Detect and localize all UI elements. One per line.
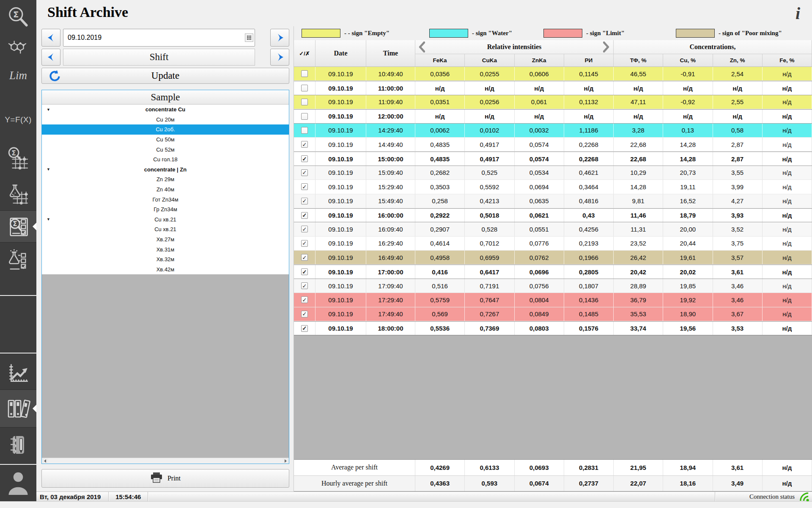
date-input[interactable] xyxy=(63,29,255,47)
sidebar-item-sigma-search[interactable]: Σ xyxy=(0,3,36,31)
table-row[interactable]: 09.10.1911:09:400,03510,02560,0610,11324… xyxy=(294,95,812,109)
sample-tree-item[interactable]: ▼concentrate Cu xyxy=(42,105,289,115)
table-row[interactable]: ✓09.10.1914:49:400,48350,49170,05740,226… xyxy=(294,138,812,152)
calendar-button[interactable] xyxy=(245,33,253,42)
row-checkbox[interactable]: ✓ xyxy=(301,282,308,289)
scroll-left-button[interactable] xyxy=(42,458,48,464)
column-header-check[interactable]: ✓/✗ xyxy=(294,40,315,66)
sidebar-item-flask-chart[interactable] xyxy=(0,180,36,208)
column-header-feka[interactable]: FeKa xyxy=(415,54,465,66)
footer-cell-value: 0,2831 xyxy=(564,460,614,475)
table-row[interactable]: 09.10.1912:00:00н/дн/дн/дн/дн/дн/дн/дн/д xyxy=(294,109,812,123)
row-checkbox[interactable]: ✓ xyxy=(301,198,308,204)
sample-tree-item[interactable]: Хв.32м xyxy=(42,254,289,265)
row-checkbox[interactable]: ✓ xyxy=(301,254,308,261)
row-checkbox[interactable]: ✓ xyxy=(301,155,308,162)
print-button[interactable]: Print xyxy=(41,469,289,488)
sidebar-item-journal[interactable] xyxy=(0,431,36,459)
sidebar-item-y-fx-shortcut[interactable]: Y=F(X) xyxy=(0,111,36,129)
column-header-ри[interactable]: РИ xyxy=(564,54,614,66)
tree-expand-icon[interactable]: ▼ xyxy=(47,108,50,112)
sample-tree-item[interactable]: Хв.27м xyxy=(42,235,289,245)
column-header-тф[interactable]: ТФ, % xyxy=(614,54,663,66)
tree-expand-icon[interactable]: ▼ xyxy=(47,167,50,171)
table-row[interactable]: ✓09.10.1915:00:000,48350,49170,05740,226… xyxy=(294,152,812,166)
cell-value: н/д xyxy=(763,209,812,222)
sample-tree-item[interactable]: Cu 50м xyxy=(42,135,289,145)
scroll-right-button[interactable] xyxy=(283,458,289,464)
row-checkbox[interactable]: ✓ xyxy=(301,311,308,318)
next-shift-button[interactable] xyxy=(270,49,289,66)
row-checkbox[interactable]: ✓ xyxy=(301,141,308,148)
row-checkbox[interactable]: ✓ xyxy=(301,296,308,303)
table-row[interactable]: 09.10.1910:49:400,03560,02550,06060,1145… xyxy=(294,67,812,81)
sidebar-item-flask-checklist[interactable] xyxy=(0,246,36,274)
table-row[interactable]: ✓09.10.1916:29:400,46140,70120,07760,219… xyxy=(294,237,812,251)
sample-tree-item[interactable]: Cu 20м xyxy=(42,115,289,125)
column-header-date[interactable]: Date xyxy=(315,40,366,66)
row-checkbox[interactable]: ✓ xyxy=(301,240,308,247)
row-checkbox[interactable]: ✓ xyxy=(301,212,308,219)
sidebar-item-lim-shortcut[interactable]: Lim xyxy=(0,65,36,86)
row-checkbox[interactable]: ✓ xyxy=(301,325,308,332)
column-header-zn[interactable]: Zn, % xyxy=(713,54,763,66)
table-row[interactable]: 09.10.1911:00:00н/дн/дн/дн/дн/дн/дн/дн/д xyxy=(294,81,812,95)
table-row[interactable]: ✓09.10.1916:09:400,29070,5280,05510,4256… xyxy=(294,222,812,236)
row-checkbox[interactable]: ✓ xyxy=(301,169,308,176)
sidebar-item-sigma-checklist[interactable]: Σ xyxy=(0,210,36,243)
row-checkbox[interactable]: ✓ xyxy=(301,183,308,190)
column-header-time[interactable]: Time xyxy=(366,40,415,66)
table-row[interactable]: ✓09.10.1916:00:000,29220,50180,06210,431… xyxy=(294,208,812,222)
table-row[interactable]: ✓09.10.1917:09:400,5160,71910,07560,1807… xyxy=(294,279,812,293)
sidebar-item-sigma-chart[interactable]: Σ xyxy=(0,144,36,173)
sidebar-item-archive-binders[interactable] xyxy=(0,389,36,428)
sample-tree-item[interactable]: Гот Zn34м xyxy=(42,194,289,204)
sample-tree-item[interactable]: ▼Cu хв.21 xyxy=(42,215,289,225)
update-button[interactable]: Update xyxy=(41,68,289,84)
table-row[interactable]: ✓09.10.1917:49:400,5690,72670,08490,1485… xyxy=(294,307,812,321)
cell-time: 11:00:00 xyxy=(366,81,415,94)
sample-tree-item[interactable]: Хв.42м xyxy=(42,265,289,275)
table-row[interactable]: 09.10.1914:29:400,00620,01020,00321,1186… xyxy=(294,124,812,138)
next-date-button[interactable] xyxy=(270,29,289,47)
prev-shift-button[interactable] xyxy=(41,49,60,66)
column-header-cu[interactable]: Cu, % xyxy=(663,54,713,66)
table-row[interactable]: ✓09.10.1916:49:400,49580,69590,07620,196… xyxy=(294,251,812,265)
table-row[interactable]: ✓09.10.1917:29:400,57590,76470,08040,143… xyxy=(294,293,812,307)
row-checkbox[interactable]: ✓ xyxy=(301,226,308,232)
cell-value: 3,93 xyxy=(713,209,763,222)
flask-checklist-icon xyxy=(6,248,30,272)
row-checkbox[interactable] xyxy=(301,127,308,134)
sample-tree-item[interactable]: Zn 29м xyxy=(42,174,289,185)
horizontal-scrollbar[interactable] xyxy=(42,458,289,464)
tree-expand-icon[interactable]: ▼ xyxy=(47,217,50,221)
sample-tree-item[interactable]: Cu хв.21 xyxy=(42,224,289,235)
table-row[interactable]: ✓09.10.1915:09:400,26820,5250,05340,4621… xyxy=(294,166,812,180)
sample-tree-item[interactable]: ▼concentrate | Zn xyxy=(42,165,289,175)
table-row[interactable]: ✓09.10.1915:49:400,2580,42130,06350,4816… xyxy=(294,194,812,208)
column-header-cuka[interactable]: CuKa xyxy=(465,54,514,66)
row-checkbox[interactable] xyxy=(301,85,308,91)
table-row[interactable]: ✓09.10.1917:00:000,4160,64170,06960,2805… xyxy=(294,265,812,279)
prev-date-button[interactable] xyxy=(41,29,60,47)
info-icon[interactable]: i xyxy=(796,3,800,23)
sidebar-item-trend-chart[interactable] xyxy=(0,359,36,388)
scroll-columns-left-icon[interactable] xyxy=(419,41,425,52)
table-row[interactable]: ✓09.10.1918:00:000,55360,73690,08030,157… xyxy=(294,321,812,335)
sample-tree-item[interactable]: Cu гол.18 xyxy=(42,155,289,165)
row-checkbox[interactable] xyxy=(301,113,308,120)
sidebar-item-user[interactable] xyxy=(0,467,36,500)
sample-tree-item[interactable]: Zn 40м xyxy=(42,185,289,195)
row-checkbox[interactable] xyxy=(301,70,308,77)
table-row[interactable]: ✓09.10.1915:29:400,35030,55920,06940,346… xyxy=(294,180,812,194)
scroll-columns-right-icon[interactable] xyxy=(603,41,610,52)
sample-tree-item[interactable]: Cu 2об. xyxy=(42,124,289,135)
column-header-fe[interactable]: Fe, % xyxy=(763,54,812,66)
sample-tree-item[interactable]: Гр Zn34м xyxy=(42,204,289,215)
row-checkbox[interactable] xyxy=(301,99,308,105)
sample-tree-item[interactable]: Cu 52м xyxy=(42,144,289,155)
row-checkbox[interactable]: ✓ xyxy=(301,268,308,275)
column-header-znka[interactable]: ZnKa xyxy=(515,54,564,66)
sidebar-item-molecule[interactable] xyxy=(0,36,36,59)
sample-tree-item[interactable]: Хв.31м xyxy=(42,244,289,254)
